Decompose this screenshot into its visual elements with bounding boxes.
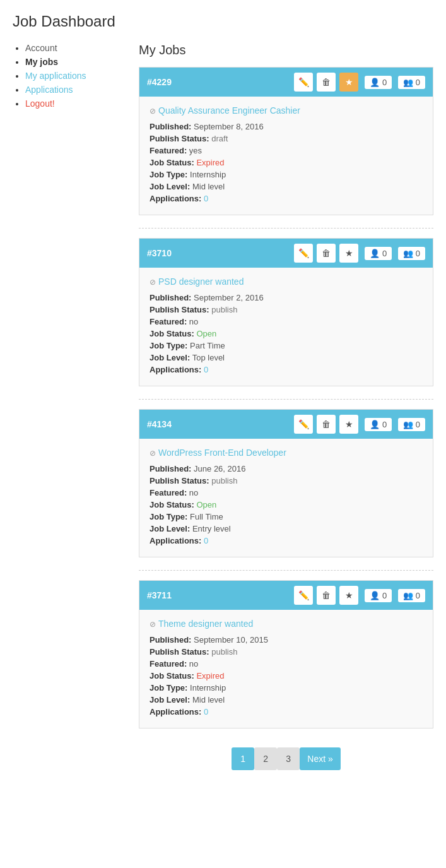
star-button[interactable]: ★ <box>339 73 358 92</box>
edit-button[interactable]: ✏️ <box>294 415 313 434</box>
job-field: Publish Status: publish <box>150 305 423 314</box>
sidebar-item-applications[interactable]: Applications <box>25 85 73 95</box>
invited-badge: 👥 0 <box>398 589 425 602</box>
invited-badge: 👥 0 <box>398 76 425 89</box>
star-button[interactable]: ★ <box>339 244 358 263</box>
page-button-3[interactable]: 3 <box>277 747 300 770</box>
job-field: Publish Status: publish <box>150 476 423 485</box>
edit-button[interactable]: ✏️ <box>294 586 313 605</box>
job-field: Job Status: Open <box>150 500 423 509</box>
job-field: Job Status: Expired <box>150 671 423 681</box>
job-id: #4229 <box>147 77 172 87</box>
job-field: Featured: yes <box>150 146 423 155</box>
job-card-header: #4134✏️🗑★👤 0👥 0 <box>139 410 433 439</box>
star-button[interactable]: ★ <box>339 586 358 605</box>
job-card-body: WordPress Front-End DeveloperPublished: … <box>139 439 433 557</box>
section-title: My Jobs <box>139 43 433 57</box>
delete-button[interactable]: 🗑 <box>317 415 336 434</box>
applicants-badge: 👤 0 <box>365 247 392 260</box>
job-field: Published: September 8, 2016 <box>150 122 423 131</box>
job-title-link[interactable]: Quality Assurance Engineer Cashier <box>150 105 423 116</box>
job-field: Publish Status: draft <box>150 134 423 143</box>
pagination: 123Next » <box>139 741 433 776</box>
job-field: Job Level: Mid level <box>150 182 423 191</box>
page-button-1[interactable]: 1 <box>232 747 254 770</box>
job-card: #4229✏️🗑★👤 0👥 0Quality Assurance Enginee… <box>139 67 433 215</box>
job-id: #4134 <box>147 419 172 429</box>
page-button-2[interactable]: 2 <box>254 747 277 770</box>
job-field: Job Level: Entry level <box>150 524 423 533</box>
page-title: Job Dashboard <box>13 13 433 30</box>
job-card-header: #3711✏️🗑★👤 0👥 0 <box>139 581 433 610</box>
job-field: Featured: no <box>150 488 423 497</box>
main-content: My Jobs #4229✏️🗑★👤 0👥 0Quality Assurance… <box>139 43 433 776</box>
job-field: Featured: no <box>150 659 423 669</box>
applications-link[interactable]: 0 <box>204 194 208 203</box>
applicants-badge: 👤 0 <box>365 589 392 602</box>
job-card: #4134✏️🗑★👤 0👥 0WordPress Front-End Devel… <box>139 409 433 557</box>
sidebar-item-my-applications[interactable]: My applications <box>25 71 86 81</box>
edit-button[interactable]: ✏️ <box>294 244 313 263</box>
applications-link[interactable]: 0 <box>204 365 208 374</box>
job-card-header: #3710✏️🗑★👤 0👥 0 <box>139 239 433 268</box>
applicants-badge: 👤 0 <box>365 418 392 431</box>
delete-button[interactable]: 🗑 <box>317 73 336 92</box>
job-field: Job Level: Top level <box>150 353 423 362</box>
job-field: Job Status: Open <box>150 329 423 338</box>
job-field: Published: September 2, 2016 <box>150 293 423 302</box>
job-field: Publish Status: publish <box>150 647 423 657</box>
star-button[interactable]: ★ <box>339 415 358 434</box>
job-id: #3711 <box>147 590 172 600</box>
job-id: #3710 <box>147 248 172 258</box>
job-card-body: PSD designer wantedPublished: September … <box>139 268 433 386</box>
delete-button[interactable]: 🗑 <box>317 244 336 263</box>
job-field: Job Type: Full Time <box>150 512 423 521</box>
job-field: Published: September 10, 2015 <box>150 635 423 645</box>
job-field: Job Type: Internship <box>150 170 423 179</box>
job-field: Job Type: Part Time <box>150 341 423 350</box>
sidebar-item-account[interactable]: Account <box>25 43 57 53</box>
job-field: Job Type: Internship <box>150 683 423 693</box>
job-card-body: Theme designer wantedPublished: Septembe… <box>139 610 433 728</box>
job-field: Applications: 0 <box>150 536 423 545</box>
next-page-button[interactable]: Next » <box>300 747 340 770</box>
job-title-link[interactable]: Theme designer wanted <box>150 619 423 629</box>
sidebar-item-logout[interactable]: Logout! <box>25 98 55 109</box>
job-card-header: #4229✏️🗑★👤 0👥 0 <box>139 68 433 97</box>
delete-button[interactable]: 🗑 <box>317 586 336 605</box>
sidebar: AccountMy jobsMy applicationsApplication… <box>13 43 126 776</box>
job-field: Applications: 0 <box>150 194 423 203</box>
job-field: Applications: 0 <box>150 365 423 374</box>
invited-badge: 👥 0 <box>398 247 425 260</box>
job-field: Job Level: Mid level <box>150 695 423 705</box>
job-card: #3710✏️🗑★👤 0👥 0PSD designer wantedPublis… <box>139 238 433 386</box>
job-title-link[interactable]: PSD designer wanted <box>150 276 423 287</box>
invited-badge: 👥 0 <box>398 418 425 431</box>
job-card-body: Quality Assurance Engineer CashierPublis… <box>139 97 433 215</box>
job-field: Published: June 26, 2016 <box>150 464 423 473</box>
job-field: Applications: 0 <box>150 707 423 716</box>
edit-button[interactable]: ✏️ <box>294 73 313 92</box>
applicants-badge: 👤 0 <box>365 76 392 89</box>
job-card: #3711✏️🗑★👤 0👥 0Theme designer wantedPubl… <box>139 580 433 728</box>
sidebar-item-my-jobs[interactable]: My jobs <box>25 57 58 67</box>
applications-link[interactable]: 0 <box>204 707 208 716</box>
job-field: Featured: no <box>150 317 423 326</box>
job-title-link[interactable]: WordPress Front-End Developer <box>150 448 423 458</box>
job-field: Job Status: Expired <box>150 158 423 167</box>
applications-link[interactable]: 0 <box>204 536 208 545</box>
